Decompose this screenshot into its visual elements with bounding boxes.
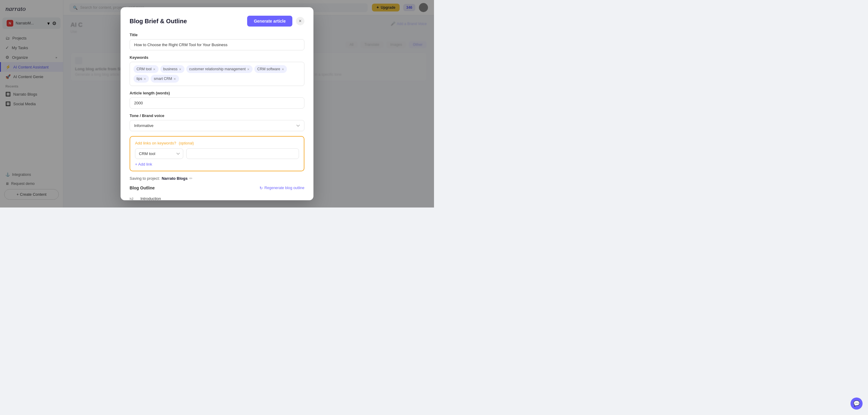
keywords-field-label: Keywords [130,55,304,60]
remove-keyword-smart-crm[interactable]: × [174,77,176,81]
keyword-tag-crm-software: CRM software × [254,65,287,73]
link-url-input[interactable] [186,148,299,159]
article-length-input[interactable] [130,97,304,109]
regenerate-outline-button[interactable]: ↻ Regenerate blog outline [259,186,304,190]
title-field-label: Title [130,33,304,37]
title-input[interactable] [130,39,304,50]
keyword-tag-smart-crm: smart CRM × [151,75,179,83]
keyword-tag-crm-full: customer relationship management × [186,65,253,73]
tone-select[interactable]: Informative [130,120,304,131]
keywords-container: CRM tool × business × customer relations… [130,62,304,86]
modal-overlay: Blog Brief & Outline Generate article × … [0,0,434,208]
saving-row: Saving to project: Narrato Blogs ✏ [130,176,304,181]
edit-project-icon[interactable]: ✏ [189,176,193,181]
outline-title: Blog Outline [130,185,155,190]
outline-item-introduction: h2 Introduction [130,194,304,200]
links-field-label: Add links on keywords? (optional) [135,141,299,145]
keyword-tag-crm-tool: CRM tool × [133,65,158,73]
tone-field-label: Tone / Brand voice [130,113,304,118]
generate-article-button[interactable]: Generate article [247,16,292,27]
modal-title: Blog Brief & Outline [130,18,187,25]
remove-keyword-crm-software[interactable]: × [282,67,284,71]
refresh-icon: ↻ [259,186,263,190]
remove-keyword-business[interactable]: × [179,67,181,71]
links-row: CRM tool [135,148,299,159]
modal-header: Blog Brief & Outline Generate article × [130,16,304,27]
modal-dialog: Blog Brief & Outline Generate article × … [121,7,313,200]
close-modal-button[interactable]: × [296,17,304,25]
keyword-link-select[interactable]: CRM tool [135,148,183,159]
remove-keyword-crm-tool[interactable]: × [153,67,156,71]
keyword-tag-business: business × [160,65,184,73]
remove-keyword-tips[interactable]: × [144,77,146,81]
remove-keyword-crm-full[interactable]: × [247,67,250,71]
keyword-tag-tips: tips × [133,75,149,83]
links-section: Add links on keywords? (optional) CRM to… [130,136,304,171]
article-length-label: Article length (words) [130,91,304,95]
add-link-button[interactable]: + Add link [135,162,152,167]
outline-header: Blog Outline ↻ Regenerate blog outline [130,185,304,190]
